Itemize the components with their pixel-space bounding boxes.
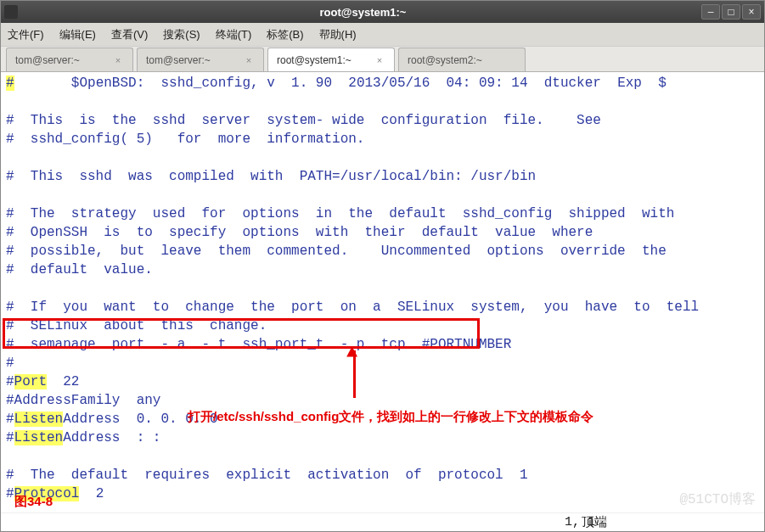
menu-terminal[interactable]: 终端(T) xyxy=(216,27,252,42)
highlight-box xyxy=(3,318,480,349)
figure-label: 图34-8 xyxy=(14,492,53,511)
window-buttons: – □ × xyxy=(701,4,761,20)
menu-help[interactable]: 帮助(H) xyxy=(319,27,357,42)
menu-edit[interactable]: 编辑(E) xyxy=(59,27,96,42)
tab-2[interactable]: root@system1:~× xyxy=(267,48,395,71)
window: root@system1:~ – □ × 文件(F) 编辑(E) 查看(V) 搜… xyxy=(0,0,765,532)
titlebar[interactable]: root@system1:~ – □ × xyxy=(1,1,764,23)
tab-0[interactable]: tom@server:~× xyxy=(6,48,133,71)
menu-file[interactable]: 文件(F) xyxy=(8,27,44,42)
arrow-up-icon: ▲ xyxy=(346,344,357,362)
menu-tabs[interactable]: 标签(B) xyxy=(267,27,303,42)
cursor-pos: 1, 1 xyxy=(565,515,595,529)
menubar: 文件(F) 编辑(E) 查看(V) 搜索(S) 终端(T) 标签(B) 帮助(H… xyxy=(1,23,764,47)
close-icon[interactable]: × xyxy=(374,54,385,66)
tab-label: root@system2:~ xyxy=(408,54,482,66)
tab-label: root@system1:~ xyxy=(277,54,352,66)
file-content: # $OpenBSD: sshd_config, v 1. 90 2013/05… xyxy=(6,74,759,503)
window-title: root@system1:~ xyxy=(25,6,701,19)
statusbar: 顶端 1, 1 xyxy=(1,512,764,531)
close-icon[interactable]: × xyxy=(112,54,124,66)
app-icon xyxy=(4,5,18,19)
maximize-button[interactable]: □ xyxy=(722,4,740,20)
tab-1[interactable]: tom@server:~× xyxy=(137,48,264,71)
close-button[interactable]: × xyxy=(742,4,761,20)
tab-3[interactable]: root@system2:~ xyxy=(398,48,526,71)
terminal-content[interactable]: # $OpenBSD: sshd_config, v 1. 90 2013/05… xyxy=(1,72,764,512)
watermark: @51CTO博客 xyxy=(679,490,756,509)
tab-label: tom@server:~ xyxy=(15,54,80,66)
tab-label: tom@server:~ xyxy=(146,54,211,66)
tabbar: tom@server:~× tom@server:~× root@system1… xyxy=(1,47,764,72)
menu-search[interactable]: 搜索(S) xyxy=(163,27,200,42)
menu-view[interactable]: 查看(V) xyxy=(111,27,148,42)
minimize-button[interactable]: – xyxy=(701,4,720,20)
annotation-text: 打开/etc/ssh/sshd_config文件，找到如上的一行修改上下文的模板… xyxy=(188,407,593,426)
close-icon[interactable]: × xyxy=(243,54,255,66)
